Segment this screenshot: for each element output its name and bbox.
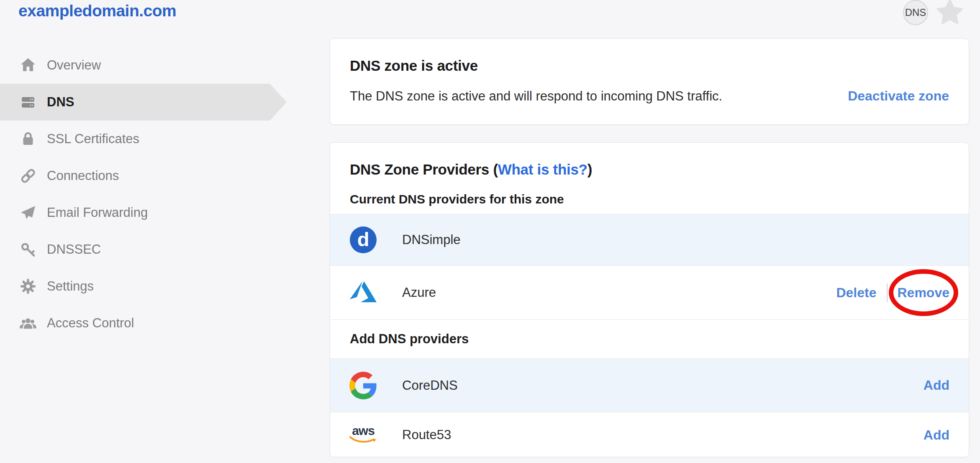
azure-logo-icon	[349, 274, 377, 311]
lock-icon	[19, 130, 37, 148]
users-icon	[19, 314, 37, 332]
provider-name: CoreDNS	[402, 378, 458, 393]
sidebar-item-access-control[interactable]: Access Control	[0, 305, 293, 342]
providers-card-title: DNS Zone Providers (What is this?)	[350, 161, 949, 178]
home-icon	[19, 57, 37, 74]
zone-status-card: DNS zone is active The DNS zone is activ…	[330, 39, 969, 125]
dns-status-badge-label: DNS	[905, 7, 926, 18]
gear-icon	[19, 278, 37, 295]
dns-servers-icon	[19, 93, 37, 111]
sidebar-item-label: Overview	[47, 58, 101, 73]
provider-name: Azure	[402, 285, 436, 300]
providers-list: d DNSimple Azure Delete Remove	[330, 214, 969, 457]
dnsimple-logo-icon: d	[349, 221, 377, 259]
providers-title-text: )	[587, 161, 592, 177]
aws-logo-icon: aws	[349, 416, 377, 454]
key-icon	[19, 241, 37, 258]
provider-name: Route53	[402, 427, 451, 442]
sidebar-item-label: DNSSEC	[47, 242, 101, 257]
google-logo-icon	[349, 367, 377, 404]
sidebar-item-email-forwarding[interactable]: Email Forwarding	[0, 194, 293, 231]
page-title: exampledomain.com	[18, 2, 176, 20]
sidebar-item-settings[interactable]: Settings	[0, 268, 293, 305]
sidebar-item-label: Settings	[47, 279, 94, 294]
dns-providers-card: DNS Zone Providers (What is this?) Curre…	[330, 142, 969, 457]
provider-row-dnsimple: d DNSimple	[330, 214, 969, 265]
sidebar-item-label: Email Forwarding	[47, 205, 148, 220]
add-providers-heading: Add DNS providers	[330, 319, 969, 358]
remove-provider-link[interactable]: Remove	[898, 285, 950, 300]
provider-name: DNSimple	[402, 232, 461, 247]
paper-plane-icon	[19, 204, 37, 221]
page: exampledomain.com DNS Overview DNS	[0, 0, 980, 463]
what-is-this-link[interactable]: What is this?	[498, 161, 587, 177]
actions-divider	[887, 283, 888, 302]
favorite-star-icon[interactable]	[935, 0, 965, 28]
sidebar-item-dnssec[interactable]: DNSSEC	[0, 231, 293, 268]
link-icon	[19, 167, 37, 185]
sidebar-item-label: Connections	[47, 168, 119, 183]
provider-row-route53: aws Route53 Add	[330, 412, 969, 457]
sidebar-item-connections[interactable]: Connections	[0, 157, 293, 194]
zone-status-title: DNS zone is active	[350, 57, 949, 74]
provider-row-azure: Azure Delete Remove	[330, 265, 969, 319]
sidebar-item-ssl-certificates[interactable]: SSL Certificates	[0, 121, 293, 157]
deactivate-zone-link[interactable]: Deactivate zone	[848, 88, 949, 104]
delete-provider-link[interactable]: Delete	[836, 285, 876, 301]
sidebar-item-label: Access Control	[47, 316, 134, 331]
providers-title-text: DNS Zone Providers (	[350, 161, 498, 177]
current-providers-heading: Current DNS providers for this zone	[350, 192, 949, 206]
add-provider-link[interactable]: Add	[924, 427, 949, 443]
sidebar-item-label: DNS	[47, 95, 74, 110]
sidebar-item-overview[interactable]: Overview	[0, 47, 293, 84]
sidebar-nav: Overview DNS SSL Certificates	[0, 47, 293, 342]
zone-status-description: The DNS zone is active and will respond …	[350, 89, 722, 104]
add-provider-link[interactable]: Add	[924, 378, 949, 393]
dns-status-badge: DNS	[903, 0, 928, 25]
sidebar-item-dns[interactable]: DNS	[0, 84, 287, 121]
sidebar-item-label: SSL Certificates	[47, 131, 139, 147]
provider-row-coredns: CoreDNS Add	[330, 358, 969, 412]
